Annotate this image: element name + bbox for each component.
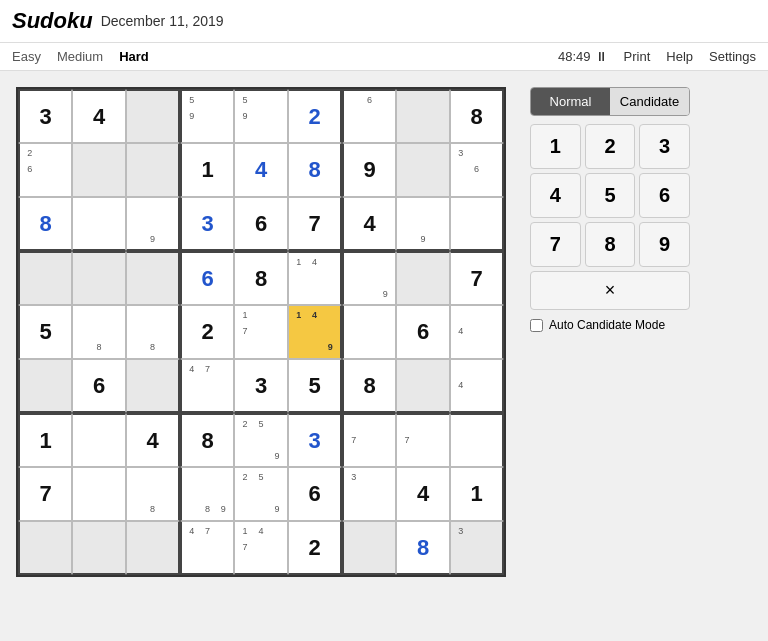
cell[interactable]: 7 bbox=[396, 413, 450, 467]
cell[interactable]: 2 bbox=[180, 305, 234, 359]
cell[interactable]: 8 bbox=[288, 143, 342, 197]
cell[interactable]: 6 bbox=[72, 359, 126, 413]
cell[interactable] bbox=[18, 359, 72, 413]
cell[interactable]: 3 bbox=[450, 521, 504, 575]
cell[interactable]: 8 bbox=[342, 359, 396, 413]
cell[interactable]: 4 bbox=[450, 359, 504, 413]
cell[interactable] bbox=[18, 521, 72, 575]
cell[interactable] bbox=[72, 251, 126, 305]
cell[interactable]: 9 bbox=[126, 197, 180, 251]
cell[interactable] bbox=[342, 521, 396, 575]
cell[interactable] bbox=[18, 251, 72, 305]
cell[interactable]: 5 bbox=[288, 359, 342, 413]
cell[interactable]: 4 bbox=[234, 143, 288, 197]
difficulty-easy[interactable]: Easy bbox=[12, 49, 41, 64]
numpad-btn-2[interactable]: 2 bbox=[585, 124, 636, 169]
cell[interactable] bbox=[450, 197, 504, 251]
cell[interactable]: 6 bbox=[234, 197, 288, 251]
numpad-btn-4[interactable]: 4 bbox=[530, 173, 581, 218]
cell[interactable]: 3 bbox=[18, 89, 72, 143]
cell[interactable] bbox=[396, 359, 450, 413]
cell[interactable] bbox=[126, 359, 180, 413]
cell[interactable]: 3 bbox=[234, 359, 288, 413]
cell[interactable]: 7 bbox=[342, 413, 396, 467]
cell[interactable]: 4 bbox=[342, 197, 396, 251]
cell[interactable]: 8 bbox=[450, 89, 504, 143]
cell[interactable]: 4 bbox=[396, 467, 450, 521]
erase-button[interactable]: × bbox=[530, 271, 690, 310]
cell[interactable] bbox=[396, 143, 450, 197]
numpad-btn-3[interactable]: 3 bbox=[639, 124, 690, 169]
cell[interactable]: 1 bbox=[450, 467, 504, 521]
candidate-mode-button[interactable]: Candidate bbox=[610, 88, 689, 115]
numpad-btn-5[interactable]: 5 bbox=[585, 173, 636, 218]
cell[interactable] bbox=[126, 251, 180, 305]
cell[interactable]: 6 bbox=[396, 305, 450, 359]
cell[interactable]: 59 bbox=[234, 89, 288, 143]
cell[interactable] bbox=[126, 143, 180, 197]
cell[interactable]: 47 bbox=[180, 359, 234, 413]
cell[interactable]: 8 bbox=[234, 251, 288, 305]
cell[interactable]: 9 bbox=[396, 197, 450, 251]
numpad-btn-8[interactable]: 8 bbox=[585, 222, 636, 267]
cell[interactable] bbox=[396, 251, 450, 305]
cell[interactable]: 3 bbox=[180, 197, 234, 251]
cell[interactable] bbox=[450, 413, 504, 467]
numpad-btn-6[interactable]: 6 bbox=[639, 173, 690, 218]
cell[interactable]: 8 bbox=[126, 305, 180, 359]
cell[interactable]: 6 bbox=[180, 251, 234, 305]
cell[interactable] bbox=[126, 521, 180, 575]
cell[interactable] bbox=[72, 467, 126, 521]
cell[interactable]: 36 bbox=[450, 143, 504, 197]
numpad-btn-1[interactable]: 1 bbox=[530, 124, 581, 169]
cell[interactable]: 59 bbox=[180, 89, 234, 143]
cell[interactable]: 3 bbox=[342, 467, 396, 521]
cell[interactable]: 6 bbox=[342, 89, 396, 143]
difficulty-medium[interactable]: Medium bbox=[57, 49, 103, 64]
cell[interactable]: 9 bbox=[342, 251, 396, 305]
cell[interactable] bbox=[126, 89, 180, 143]
cell[interactable]: 3 bbox=[288, 413, 342, 467]
cell[interactable]: 8 bbox=[126, 467, 180, 521]
print-button[interactable]: Print bbox=[624, 49, 651, 64]
cell[interactable] bbox=[72, 521, 126, 575]
settings-button[interactable]: Settings bbox=[709, 49, 756, 64]
cell[interactable]: 8 bbox=[180, 413, 234, 467]
normal-mode-button[interactable]: Normal bbox=[531, 88, 610, 115]
cell[interactable]: 26 bbox=[18, 143, 72, 197]
cell[interactable]: 17 bbox=[234, 305, 288, 359]
cell[interactable]: 4 bbox=[450, 305, 504, 359]
cell[interactable]: 149 bbox=[288, 305, 342, 359]
cell[interactable]: 4 bbox=[126, 413, 180, 467]
cell[interactable]: 89 bbox=[180, 467, 234, 521]
cell[interactable]: 8 bbox=[72, 305, 126, 359]
cell[interactable]: 7 bbox=[18, 467, 72, 521]
cell[interactable]: 7 bbox=[288, 197, 342, 251]
cell[interactable] bbox=[72, 143, 126, 197]
cell[interactable]: 2 bbox=[288, 521, 342, 575]
cell[interactable]: 2 bbox=[288, 89, 342, 143]
cell[interactable]: 7 bbox=[450, 251, 504, 305]
cell[interactable]: 6 bbox=[288, 467, 342, 521]
cell[interactable]: 259 bbox=[234, 467, 288, 521]
cell[interactable]: 259 bbox=[234, 413, 288, 467]
auto-candidate-checkbox[interactable] bbox=[530, 319, 543, 332]
cell[interactable] bbox=[72, 413, 126, 467]
cell[interactable] bbox=[396, 89, 450, 143]
help-button[interactable]: Help bbox=[666, 49, 693, 64]
cell[interactable]: 147 bbox=[234, 521, 288, 575]
pause-button[interactable]: ⏸ bbox=[595, 49, 608, 64]
cell[interactable]: 8 bbox=[18, 197, 72, 251]
cell[interactable]: 9 bbox=[342, 143, 396, 197]
numpad-btn-7[interactable]: 7 bbox=[530, 222, 581, 267]
numpad-btn-9[interactable]: 9 bbox=[639, 222, 690, 267]
cell[interactable]: 8 bbox=[396, 521, 450, 575]
difficulty-hard[interactable]: Hard bbox=[119, 49, 149, 64]
cell[interactable]: 47 bbox=[180, 521, 234, 575]
cell[interactable]: 4 bbox=[72, 89, 126, 143]
cell[interactable] bbox=[342, 305, 396, 359]
cell[interactable]: 5 bbox=[18, 305, 72, 359]
cell[interactable]: 1 bbox=[180, 143, 234, 197]
cell[interactable]: 1 bbox=[18, 413, 72, 467]
cell[interactable] bbox=[72, 197, 126, 251]
